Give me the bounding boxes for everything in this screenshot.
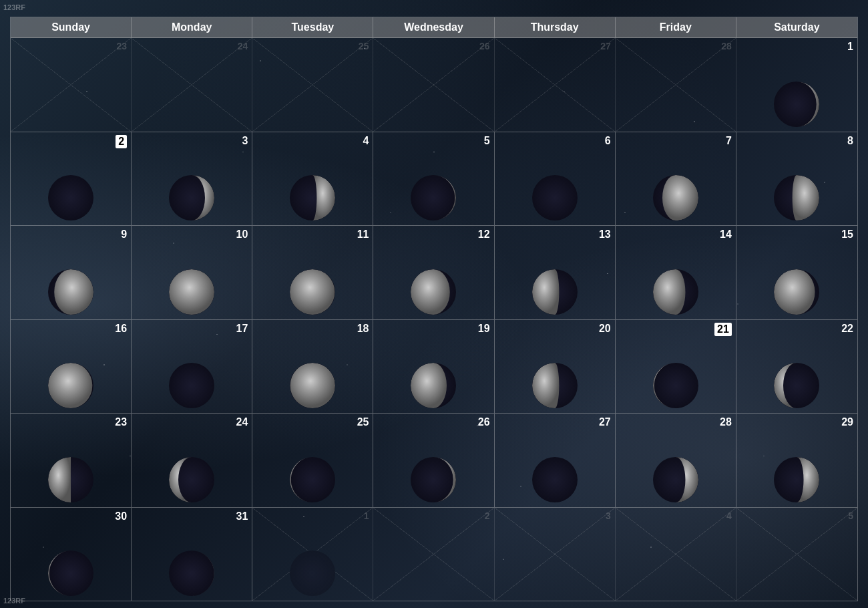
week-row-5: 23 24 (11, 414, 857, 508)
moon-phase-waxing-crescent-thin (773, 80, 821, 128)
svg-point-20 (169, 269, 214, 315)
svg-point-11 (532, 175, 578, 220)
day-cell-10: 10 (132, 226, 252, 319)
day-number: 26 (479, 41, 490, 51)
moon-phase-full-moon-post (288, 268, 337, 316)
day-number: 17 (236, 323, 248, 335)
day-cell-2: 2 (11, 132, 132, 226)
day-number: 30 (115, 510, 127, 522)
day-cell-18: 18 (252, 320, 373, 414)
day-header-sunday: Sunday (11, 17, 132, 38)
day-cell-4: 4 (616, 508, 736, 601)
day-cell-24: 24 (132, 38, 252, 132)
day-cell-15: 15 (736, 226, 857, 319)
day-number: 28 (720, 416, 732, 428)
svg-point-3 (48, 175, 93, 220)
moon-phase-full-moon (168, 268, 216, 316)
day-cell-28: 28 (616, 38, 736, 132)
moon-phase-waning-crescent-4 (168, 456, 216, 504)
week-row-1: 2324252627281 (11, 38, 857, 132)
day-header-thursday: Thursday (495, 17, 616, 38)
calendar-header (10, 7, 858, 17)
day-cell-25: 25 (252, 38, 373, 132)
day-header-tuesday: Tuesday (252, 17, 373, 38)
day-number: 2 (485, 510, 490, 521)
day-cell-9: 9 (11, 226, 132, 319)
day-header-friday: Friday (616, 17, 736, 38)
day-cell-1: 1 (736, 38, 857, 132)
day-number: 23 (115, 416, 127, 428)
day-number: 21 (714, 323, 732, 336)
day-cell-17: 17 (132, 320, 252, 414)
moon-phase-full-moon-near (47, 268, 95, 316)
day-cell-29: 29 (736, 414, 857, 507)
day-number: 19 (478, 323, 490, 335)
day-cell-12: 12 (373, 226, 494, 319)
day-number: 11 (357, 229, 369, 241)
moon-phase-waxing-crescent-3 (773, 456, 821, 504)
svg-point-64 (290, 551, 335, 596)
day-number: 3 (606, 510, 611, 521)
day-number: 12 (478, 229, 490, 241)
day-headers: SundayMondayTuesdayWednesdayThursdayFrid… (11, 17, 857, 38)
day-cell-23: 23 (11, 414, 132, 507)
day-number: 3 (242, 135, 248, 147)
moon-phase-waning-gibbous-2 (531, 268, 579, 316)
day-number: 25 (359, 41, 369, 51)
moon-phase-waxing-half-new (652, 456, 700, 504)
day-cell-20: 20 (495, 320, 616, 414)
day-number: 4 (726, 510, 732, 521)
moon-phase-waning-gibbous-1 (409, 268, 457, 316)
day-cell-4: 4 (252, 132, 373, 226)
day-cell-3: 3 (132, 132, 252, 226)
day-header-monday: Monday (132, 17, 252, 38)
day-cell-2: 2 (373, 508, 494, 601)
week-row-6: 30 31 (11, 508, 857, 601)
day-number: 4 (363, 135, 369, 147)
day-number: 24 (236, 416, 248, 428)
week-row-2: 2 3 (11, 132, 857, 226)
day-number: 29 (841, 416, 853, 428)
moon-phase-waning-gibbous-3 (652, 268, 700, 316)
moon-phase-nearly-new (47, 549, 95, 597)
moon-phase-full-bright (288, 361, 337, 410)
day-number: 31 (236, 510, 248, 522)
day-cell-30: 30 (11, 508, 132, 601)
day-number: 20 (599, 323, 611, 335)
day-number: 18 (357, 323, 369, 335)
day-cell-8: 8 (736, 132, 857, 226)
week-row-4: 16 17 (11, 320, 857, 414)
week-row-3: 9 10 (11, 226, 857, 320)
day-number: 1 (847, 41, 853, 53)
moon-other (288, 549, 337, 597)
day-cell-26: 26 (373, 414, 494, 507)
day-number: 25 (357, 416, 369, 428)
day-cell-7: 7 (616, 132, 736, 226)
weeks-container: 2324252627281 2 (11, 38, 857, 601)
day-cell-3: 3 (495, 508, 616, 601)
calendar-container: SundayMondayTuesdayWednesdayThursdayFrid… (0, 0, 868, 608)
day-number: 1 (364, 510, 369, 521)
day-number: 26 (478, 416, 490, 428)
moon-phase-waning-crescent-1 (652, 361, 700, 410)
moon-phase-waning-gibbous-slight (409, 361, 457, 410)
day-number: 7 (726, 135, 732, 147)
moon-phase-waxing-quarter-near (409, 174, 457, 222)
day-cell-11: 11 (252, 226, 373, 319)
day-cell-22: 22 (736, 320, 857, 414)
svg-point-54 (532, 457, 578, 502)
day-number: 9 (121, 229, 127, 241)
day-header-saturday: Saturday (736, 17, 857, 38)
moon-phase-new-dark (168, 549, 216, 597)
day-number: 10 (236, 229, 248, 241)
moon-phase-waxing-quarter (531, 174, 579, 222)
day-number: 24 (238, 41, 248, 51)
day-number: 2 (116, 135, 127, 148)
moon-phase-waxing-gibbous-2 (773, 174, 821, 222)
moon-phase-waxing-crescent-2 (288, 174, 337, 222)
day-number: 6 (605, 135, 611, 147)
day-cell-6: 6 (495, 132, 616, 226)
moon-phase-waxing-crescent-1 (168, 174, 216, 222)
day-cell-16: 16 (11, 320, 132, 414)
day-number: 5 (484, 135, 490, 147)
